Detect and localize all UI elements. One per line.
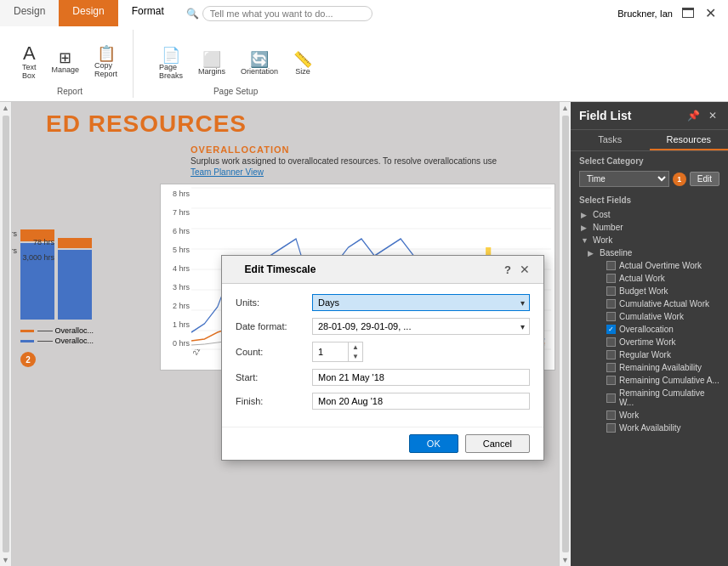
oa-checkbox[interactable]: ✓: [606, 325, 616, 334]
spinner-down[interactable]: ▼: [349, 352, 362, 361]
dialog-title: Edit Timescale: [245, 263, 316, 275]
dialog-finish-row: Finish: Mon 20 Aug '18: [236, 393, 530, 410]
minimize-icon[interactable]: 🗖: [678, 4, 698, 23]
fl-aw-label: Actual Work: [619, 274, 665, 283]
caw-checkbox[interactable]: [606, 299, 616, 308]
fl-cw-label: Cumulative Work: [619, 312, 684, 321]
legend-label-2: —— Overalloc...: [37, 337, 94, 345]
dialog-units-row: Units: Days Weeks Months: [236, 294, 530, 311]
manage-label: Manage: [52, 65, 80, 74]
fl-category-row: Time 1 Edit: [571, 167, 728, 190]
page-setup-group-label: Page Setup: [213, 87, 258, 98]
number-arrow: ▶: [581, 224, 589, 232]
dialog-help-btn[interactable]: ?: [504, 263, 511, 276]
category-badge: 1: [673, 173, 686, 186]
fl-item-cost[interactable]: ▶ Cost: [571, 208, 728, 221]
fl-caw-label: Cumulative Actual Work: [619, 299, 709, 308]
fl-item-work-availability[interactable]: Work Availability: [571, 422, 728, 434]
tab-design-1[interactable]: Design: [0, 0, 59, 26]
fl-item-regular-work[interactable]: Regular Work: [571, 348, 728, 361]
fl-select-category-label: Select Category: [571, 151, 728, 167]
fl-select-fields-label: Select Fields: [571, 190, 728, 207]
search-input[interactable]: [202, 6, 373, 21]
text-box-label: TextBox: [22, 63, 37, 80]
fl-ra-label: Remaining Availability: [619, 363, 702, 372]
close-icon[interactable]: ✕: [702, 3, 719, 23]
copy-report-button[interactable]: 📋 CopyReport: [89, 44, 122, 80]
fl-item-work2[interactable]: Work: [571, 409, 728, 422]
dialog-start-value[interactable]: Mon 21 May '18: [312, 369, 530, 386]
orientation-icon: 🔄: [250, 52, 269, 67]
fl-category-select[interactable]: Time: [579, 171, 669, 187]
tab-format[interactable]: Format: [118, 0, 178, 26]
dialog-finish-value[interactable]: Mon 20 Aug '18: [312, 393, 530, 410]
spinner-up[interactable]: ▲: [349, 342, 362, 352]
dialog-count-input[interactable]: [313, 344, 348, 359]
fl-item-overtime-work[interactable]: Overtime Work: [571, 336, 728, 348]
dialog-start-row: Start: Mon 21 May '18: [236, 369, 530, 386]
ra-checkbox[interactable]: [606, 363, 616, 372]
bw-checkbox[interactable]: [606, 286, 616, 296]
field-list-pin-icon[interactable]: 📌: [685, 109, 702, 122]
dialog-count-row: Count: ▲ ▼: [236, 342, 530, 362]
w2-checkbox[interactable]: [606, 410, 616, 420]
fl-item-overallocation[interactable]: ✓ Overallocation: [571, 323, 728, 336]
ribbon: Design Design Format 🔍 Bruckner, Ian 🗖 ✕…: [0, 0, 728, 102]
field-list-close-icon[interactable]: ✕: [706, 109, 719, 122]
fl-item-remaining-cumulative-a[interactable]: Remaining Cumulative A...: [571, 374, 728, 387]
aw-checkbox[interactable]: [606, 274, 616, 283]
cw-checkbox[interactable]: [606, 312, 616, 321]
margins-button[interactable]: ⬜ Margins: [193, 50, 230, 77]
rw-checkbox[interactable]: [606, 350, 616, 359]
page-breaks-icon: 📄: [162, 48, 180, 63]
y-axis: 8 hrs 7 hrs 6 hrs 5 hrs 4 hrs 3 hrs 2 hr…: [161, 188, 191, 349]
otw-checkbox[interactable]: [606, 337, 616, 347]
manage-button[interactable]: ⊞ Manage: [47, 48, 85, 76]
fl-item-cumulative-actual-work[interactable]: Cumulative Actual Work: [571, 297, 728, 310]
left-scrollbar[interactable]: ▲ ▼: [0, 102, 12, 566]
chart-legend: —— Overalloc... —— Overalloc...: [20, 326, 156, 345]
rcw-checkbox[interactable]: [606, 393, 616, 403]
dialog-dateformat-select-wrap: 28-01-09, 29-01-09, ...: [312, 318, 530, 335]
fl-item-number[interactable]: ▶ Number: [571, 221, 728, 234]
ribbon-group-page-setup: 📄 PageBreaks ⬜ Margins 🔄 Orientation 📏 S…: [144, 30, 327, 98]
fl-edit-button[interactable]: Edit: [690, 172, 719, 186]
margins-icon: ⬜: [202, 52, 221, 67]
bar-label-3: 78 hrs: [33, 238, 54, 246]
team-planner-link[interactable]: Team Planner View: [191, 167, 542, 177]
fl-item-remaining-cumulative-w[interactable]: Remaining Cumulative W...: [571, 387, 728, 409]
text-box-button[interactable]: A TextBox: [17, 42, 42, 82]
fl-item-cumulative-work[interactable]: Cumulative Work: [571, 310, 728, 323]
dialog-cancel-button[interactable]: Cancel: [465, 434, 530, 453]
fl-item-remaining-availability[interactable]: Remaining Availability: [571, 361, 728, 374]
fl-item-actual-work[interactable]: Actual Work: [571, 272, 728, 285]
ribbon-tabs: Design Design Format 🔍 Bruckner, Ian 🗖 ✕: [0, 0, 728, 26]
rca-checkbox[interactable]: [606, 376, 616, 385]
fl-item-budget-work[interactable]: Budget Work: [571, 285, 728, 297]
fl-item-baseline[interactable]: ▶ Baseline: [571, 246, 728, 259]
legend-item-1: —— Overalloc...: [20, 326, 156, 335]
wa-checkbox[interactable]: [606, 423, 616, 433]
fl-item-actual-overtime-work[interactable]: Actual Overtime Work: [571, 259, 728, 272]
dialog-close-button[interactable]: ✕: [515, 261, 535, 278]
size-button[interactable]: 📏 Size: [288, 50, 317, 77]
dialog-count-spinner: ▲ ▼: [348, 342, 362, 361]
ribbon-user: Bruckner, Ian 🗖 ✕: [609, 0, 728, 26]
page-breaks-button[interactable]: 📄 PageBreaks: [154, 46, 188, 82]
dialog-dateformat-label: Date format:: [236, 321, 312, 331]
orientation-button[interactable]: 🔄 Orientation: [236, 50, 283, 77]
fl-cost-label: Cost: [593, 210, 611, 219]
copy-report-label: CopyReport: [94, 61, 117, 78]
fl-item-work[interactable]: ▼ Work: [571, 234, 728, 246]
aow-checkbox[interactable]: [606, 261, 616, 270]
dialog-dateformat-select[interactable]: 28-01-09, 29-01-09, ...: [312, 318, 530, 335]
dialog-units-select-wrap: Days Weeks Months: [312, 294, 530, 311]
dialog-units-select[interactable]: Days Weeks Months: [312, 294, 530, 311]
fl-tab-resources[interactable]: Resources: [650, 130, 729, 150]
tab-design-2[interactable]: Design: [59, 0, 117, 26]
fl-rcw-label: Remaining Cumulative W...: [619, 388, 721, 407]
fl-rca-label: Remaining Cumulative A...: [619, 376, 719, 385]
fl-tab-tasks[interactable]: Tasks: [571, 130, 650, 150]
dialog-ok-button[interactable]: OK: [409, 434, 458, 453]
right-scrollbar[interactable]: ▲ ▼: [559, 102, 571, 566]
